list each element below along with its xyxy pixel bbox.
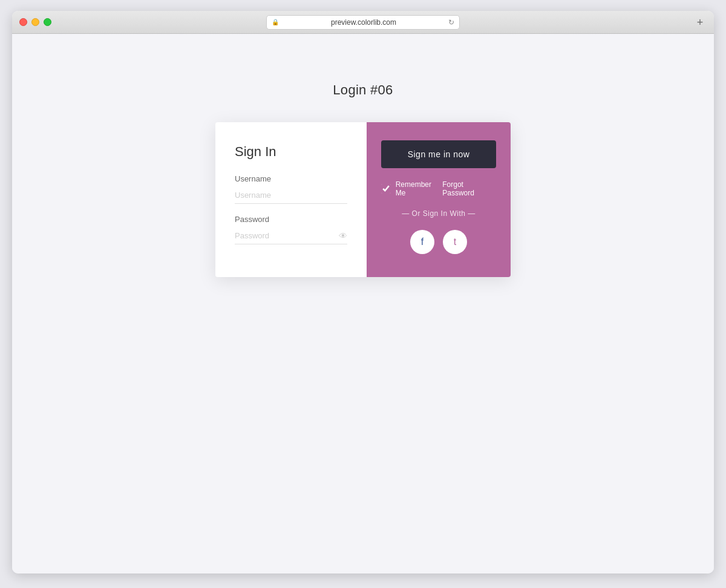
username-input[interactable] — [235, 187, 347, 204]
traffic-lights — [19, 18, 51, 26]
minimize-button[interactable] — [31, 18, 39, 26]
page-title: Login #06 — [333, 82, 393, 98]
twitter-button[interactable]: t — [443, 230, 467, 254]
or-divider: — Or Sign In With — — [402, 209, 476, 218]
username-label: Username — [235, 174, 347, 183]
password-input[interactable] — [235, 227, 347, 244]
remember-me-label: Remember Me — [396, 180, 443, 197]
url-text: preview.colorlib.com — [282, 18, 445, 27]
twitter-icon: t — [454, 237, 456, 247]
remember-me-checkbox[interactable] — [381, 184, 391, 194]
refresh-icon[interactable]: ↻ — [448, 18, 454, 27]
social-buttons: f t — [410, 230, 467, 254]
facebook-icon: f — [421, 237, 424, 247]
left-panel: Sign In Username Password 👁 — [215, 122, 367, 277]
close-button[interactable] — [19, 18, 27, 26]
right-panel: Sign me in now Remember Me Forgot Passwo… — [367, 122, 511, 277]
username-group: Username — [235, 174, 347, 204]
browser-window: 🔒 preview.colorlib.com ↻ + Login #06 Sig… — [12, 11, 714, 573]
eye-icon[interactable]: 👁 — [339, 231, 347, 241]
address-bar[interactable]: 🔒 preview.colorlib.com ↻ — [266, 15, 460, 30]
browser-titlebar: 🔒 preview.colorlib.com ↻ + — [12, 11, 714, 34]
sign-in-button[interactable]: Sign me in now — [381, 140, 496, 168]
password-group: Password 👁 — [235, 215, 347, 244]
sign-in-heading: Sign In — [235, 144, 347, 160]
address-bar-wrapper: 🔒 preview.colorlib.com ↻ — [266, 15, 460, 30]
new-tab-button[interactable]: + — [693, 16, 707, 29]
password-label: Password — [235, 215, 347, 224]
remember-row: Remember Me Forgot Password — [381, 180, 496, 197]
password-wrapper: 👁 — [235, 227, 347, 244]
page-content: Login #06 Sign In Username Password 👁 — [12, 34, 714, 573]
maximize-button[interactable] — [44, 18, 51, 26]
login-card: Sign In Username Password 👁 Sign me in n… — [215, 122, 511, 277]
remember-left: Remember Me — [381, 180, 442, 197]
facebook-button[interactable]: f — [410, 230, 434, 254]
lock-icon: 🔒 — [272, 19, 279, 25]
forgot-password-link[interactable]: Forgot Password — [442, 180, 496, 197]
